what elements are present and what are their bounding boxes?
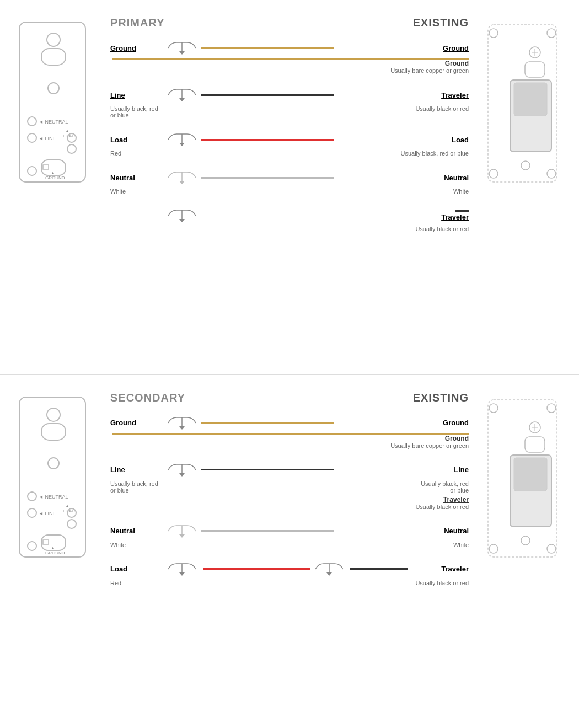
secondary-wiring: SECONDARY EXISTING Ground Ground [105, 392, 474, 599]
svg-point-3 [48, 83, 59, 94]
primary-switch-diagram: ◄ NEUTRAL ◄ LINE ▲ LOAD ▲ GROUND [11, 17, 99, 190]
svg-point-45 [28, 508, 36, 517]
wire-right-label-load: Load [336, 136, 469, 144]
wire-row-line-traveler: Line Traveler Usually black, redor blue … [110, 87, 469, 119]
svg-point-1 [47, 33, 60, 46]
svg-rect-34 [514, 83, 547, 116]
svg-point-50 [67, 520, 76, 528]
svg-text:▲: ▲ [51, 545, 55, 550]
svg-marker-59 [179, 473, 185, 477]
svg-point-43 [28, 492, 36, 501]
wire-line-ground-top [201, 47, 334, 49]
svg-text:▲: ▲ [51, 170, 55, 175]
wire-row-neutral-top: Neutral Neutral White White [110, 170, 469, 195]
wire-connector-ground-top: Ground Ground [110, 40, 469, 56]
svg-point-28 [547, 29, 556, 38]
wire-line-line-traveler [201, 94, 334, 96]
svg-point-35 [521, 161, 530, 170]
secondary-switch-diagram: ◄ NEUTRAL ◄ LINE ▲ LOAD ▲ GROUND [11, 392, 99, 565]
wire-left-label-line-bot: Line [110, 465, 165, 474]
svg-text:LOAD: LOAD [63, 508, 75, 513]
svg-text:◄ NEUTRAL: ◄ NEUTRAL [39, 119, 68, 125]
wire-right-label-ground-top: Ground [336, 44, 469, 52]
svg-point-37 [547, 169, 556, 178]
page: ◄ NEUTRAL ◄ LINE ▲ LOAD ▲ GROUND [0, 0, 579, 728]
existing-title-bottom: EXISTING [413, 392, 469, 404]
svg-rect-73 [514, 458, 547, 491]
svg-point-42 [48, 458, 59, 469]
svg-point-13 [28, 167, 36, 175]
secondary-section: ◄ NEUTRAL ◄ LINE ▲ LOAD ▲ GROUND SECONDA… [0, 375, 579, 729]
svg-marker-18 [179, 51, 185, 55]
wire-left-label-ground-top: Ground [110, 44, 165, 52]
wire-line-ground-bot [201, 422, 334, 424]
svg-marker-57 [179, 426, 185, 430]
wire-row-neutral-bot: Neutral Neutral White White [110, 523, 469, 548]
wire-connector-neutral-bot: Neutral Neutral [110, 523, 469, 539]
wire-line-line-line [201, 469, 334, 470]
svg-rect-53 [43, 540, 49, 544]
svg-marker-63 [179, 572, 185, 576]
wire-line-neutral-bot [201, 530, 334, 532]
primary-header: PRIMARY EXISTING [110, 17, 469, 29]
wire-right-label-traveler: Traveler [336, 91, 469, 99]
svg-point-75 [489, 544, 498, 553]
primary-title: PRIMARY [110, 17, 164, 29]
svg-text:◄ LINE: ◄ LINE [39, 511, 56, 516]
wire-line-neutral-top [201, 177, 334, 179]
svg-point-4 [28, 117, 36, 126]
svg-rect-32 [525, 62, 545, 77]
wire-left-label-neutral-top: Neutral [110, 174, 165, 182]
wire-left-label-line: Line [110, 91, 165, 99]
wire-right-label-traveler-bot: Traveler [441, 213, 469, 221]
wire-connector-traveler-bottom: Traveler [110, 208, 469, 223]
svg-rect-71 [525, 437, 545, 452]
svg-text:◄ NEUTRAL: ◄ NEUTRAL [39, 494, 68, 500]
svg-marker-65 [326, 572, 332, 576]
svg-text:GROUND: GROUND [45, 175, 65, 180]
svg-rect-41 [41, 424, 66, 440]
wire-left-label-load-bot: Load [110, 565, 165, 573]
svg-point-27 [489, 29, 498, 38]
svg-marker-26 [179, 219, 185, 222]
svg-text:GROUND: GROUND [45, 550, 65, 555]
secondary-title: SECONDARY [110, 392, 185, 404]
wire-left-label-ground-bot: Ground [110, 419, 165, 427]
secondary-header: SECONDARY EXISTING [110, 392, 469, 404]
wire-row-load: Load Load Red Usually black, red or blue [110, 132, 469, 157]
primary-section: ◄ NEUTRAL ◄ LINE ▲ LOAD ▲ GROUND [0, 0, 579, 375]
wire-connector-ground-bot: Ground Ground [110, 415, 469, 431]
svg-point-6 [28, 133, 36, 142]
wire-right-label-traveler-bot: Traveler [412, 565, 469, 573]
svg-point-36 [489, 169, 498, 178]
wire-row-traveler-bottom: Traveler Usually black or red [110, 208, 469, 232]
wire-connector-line-line: Line Line [110, 462, 469, 478]
primary-wiring: PRIMARY EXISTING Ground Ground [105, 17, 474, 245]
wire-connector-load-traveler: Load Traveler [110, 561, 469, 577]
primary-right-diagram [480, 17, 568, 190]
svg-text:LOAD: LOAD [63, 133, 75, 138]
svg-text:▲: ▲ [65, 129, 69, 133]
svg-point-76 [547, 544, 556, 553]
svg-text:◄ LINE: ◄ LINE [39, 136, 56, 141]
wire-left-label-neutral-bot: Neutral [110, 527, 165, 535]
wire-row-line-line: Line Line Usually black, redor blue Usua… [110, 462, 469, 510]
wire-right-label-neutral-top: Neutral [336, 174, 469, 182]
svg-point-40 [47, 408, 60, 421]
svg-point-52 [28, 542, 36, 550]
svg-point-67 [547, 404, 556, 413]
svg-point-11 [67, 144, 76, 153]
svg-rect-14 [43, 165, 49, 169]
svg-point-74 [521, 536, 530, 545]
svg-text:▲: ▲ [65, 504, 69, 508]
wire-connector-neutral-top: Neutral Neutral [110, 170, 469, 185]
existing-title-top: EXISTING [413, 17, 469, 29]
svg-marker-20 [179, 98, 185, 101]
wire-connector-line-traveler: Line Traveler [110, 87, 469, 103]
secondary-right-diagram [480, 392, 568, 565]
svg-marker-22 [179, 143, 185, 146]
svg-marker-24 [179, 181, 185, 184]
wire-right-label-line-bot: Line [336, 465, 469, 474]
wire-line-traveler-black [350, 568, 408, 570]
svg-rect-2 [41, 49, 66, 65]
